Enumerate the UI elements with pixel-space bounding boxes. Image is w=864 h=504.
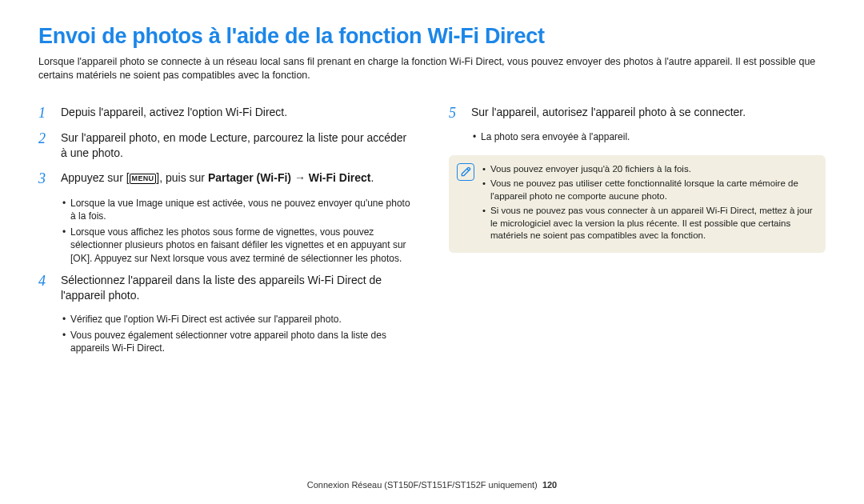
step-3: 3 Appuyez sur [MENU], puis sur Partager … bbox=[38, 170, 415, 187]
bullet-item: Vérifiez que l'option Wi-Fi Direct est a… bbox=[62, 313, 415, 326]
step-text: Sur l'appareil photo, en mode Lecture, p… bbox=[61, 130, 415, 161]
text: ]. Appuyez sur bbox=[87, 253, 150, 264]
note-item: Si vous ne pouvez pas vous connecter à u… bbox=[482, 205, 816, 242]
step-number: 5 bbox=[449, 105, 463, 122]
step-text: Depuis l'appareil, activez l'option Wi-F… bbox=[61, 105, 415, 120]
page-footer: Connexion Réseau (ST150F/ST151F/ST152F u… bbox=[0, 480, 864, 490]
text: Appuyez sur [ bbox=[61, 171, 130, 184]
step-5-bullets: La photo sera envoyée à l'appareil. bbox=[449, 130, 826, 143]
note-icon bbox=[457, 163, 474, 181]
step-3-bullets: Lorsque la vue Image unique est activée,… bbox=[38, 197, 415, 265]
left-column: 1 Depuis l'appareil, activez l'option Wi… bbox=[38, 105, 415, 362]
step-4-bullets: Vérifiez que l'option Wi-Fi Direct est a… bbox=[38, 313, 415, 355]
bold-text: Partager (Wi-Fi) bbox=[208, 171, 291, 184]
step-text: Sur l'appareil, autorisez l'appareil pho… bbox=[471, 105, 826, 120]
two-column-layout: 1 Depuis l'appareil, activez l'option Wi… bbox=[38, 105, 826, 362]
intro-paragraph: Lorsque l'appareil photo se connecte à u… bbox=[38, 55, 826, 82]
text: ], puis sur bbox=[156, 171, 208, 184]
bullet-item: La photo sera envoyée à l'appareil. bbox=[473, 130, 826, 143]
footer-text: Connexion Réseau (ST150F/ST151F/ST152F u… bbox=[307, 480, 538, 490]
page-title: Envoi de photos à l'aide de la fonction … bbox=[38, 24, 826, 49]
menu-button-icon: MENU bbox=[130, 174, 157, 183]
step-text: Sélectionnez l'appareil dans la liste de… bbox=[61, 273, 415, 303]
step-1: 1 Depuis l'appareil, activez l'option Wi… bbox=[38, 105, 415, 122]
note-box: Vous pouvez envoyer jusqu'à 20 fichiers … bbox=[449, 155, 826, 253]
right-column: 5 Sur l'appareil, autorisez l'appareil p… bbox=[449, 105, 826, 362]
text: → bbox=[291, 171, 309, 184]
step-4: 4 Sélectionnez l'appareil dans la liste … bbox=[38, 273, 415, 303]
bold-text: Wi-Fi Direct bbox=[309, 171, 371, 184]
bold-text: Next bbox=[150, 253, 170, 264]
bullet-item: Lorsque vous affichez les photos sous fo… bbox=[62, 226, 415, 265]
step-text: Appuyez sur [MENU], puis sur Partager (W… bbox=[61, 170, 415, 186]
page-number: 120 bbox=[542, 480, 557, 490]
bullet-item: Lorsque la vue Image unique est activée,… bbox=[62, 197, 415, 222]
text: . bbox=[370, 171, 374, 184]
note-item: Vous pouvez envoyer jusqu'à 20 fichiers … bbox=[482, 163, 816, 176]
step-2: 2 Sur l'appareil photo, en mode Lecture,… bbox=[38, 130, 415, 161]
step-number: 2 bbox=[38, 130, 53, 147]
step-number: 4 bbox=[38, 273, 53, 290]
step-number: 1 bbox=[38, 105, 53, 122]
bullet-item: Vous pouvez également sélectionner votre… bbox=[62, 329, 415, 354]
text: lorsque vous avez terminé de sélectionne… bbox=[170, 253, 402, 264]
ok-button-icon: OK bbox=[73, 253, 86, 264]
step-5: 5 Sur l'appareil, autorisez l'appareil p… bbox=[449, 105, 826, 122]
step-number: 3 bbox=[38, 170, 53, 187]
note-list: Vous pouvez envoyer jusqu'à 20 fichiers … bbox=[482, 163, 816, 245]
note-item: Vous ne pouvez pas utiliser cette foncti… bbox=[482, 178, 816, 202]
